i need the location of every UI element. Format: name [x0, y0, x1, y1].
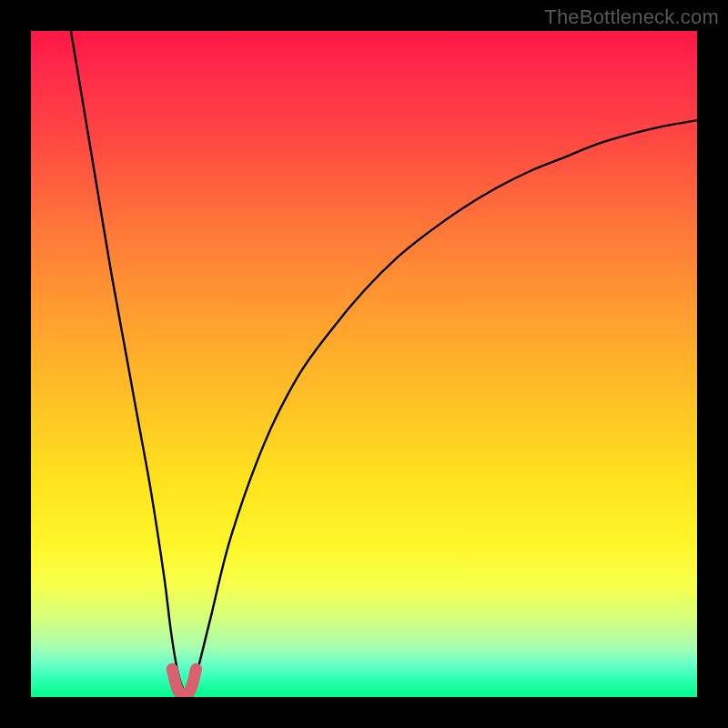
chart-frame: TheBottleneck.com [0, 0, 728, 728]
highlight-band-path [172, 669, 196, 695]
bottleneck-curve-path [71, 31, 697, 693]
watermark-text: TheBottleneck.com [544, 5, 719, 29]
plot-area [31, 31, 697, 697]
curve-svg [31, 31, 697, 697]
